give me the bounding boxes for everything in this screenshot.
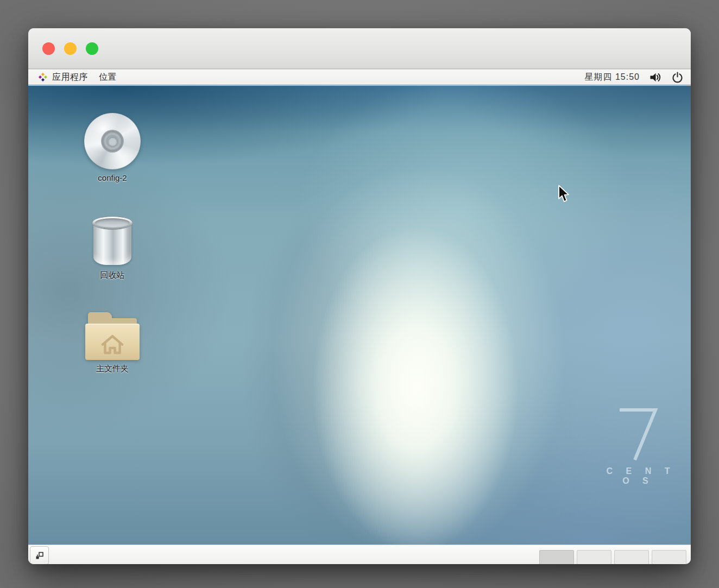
host-background: 应用程序 位置 星期四 15:50 [0,0,719,588]
desktop-icon-label: 回收站 [100,270,125,281]
places-menu-label: 位置 [99,72,117,83]
minimize-button[interactable] [64,42,77,55]
places-menu[interactable]: 位置 [93,69,122,85]
volume-icon[interactable] [649,72,662,83]
workspace-pane-1[interactable] [539,550,574,564]
desktop-icon-label: config-2 [98,173,127,182]
applications-menu[interactable]: 应用程序 [33,69,93,85]
bottom-panel [28,545,691,564]
optical-disc-icon [84,113,141,169]
applications-icon [38,72,48,82]
vm-window: 应用程序 位置 星期四 15:50 [28,28,691,564]
applications-menu-label: 应用程序 [52,72,88,83]
close-button[interactable] [42,42,55,55]
show-desktop-button[interactable] [30,546,49,564]
show-desktop-icon [35,551,44,560]
centos-seven-glyph [615,407,661,461]
mouse-cursor [557,185,570,203]
home-folder-icon [85,312,140,360]
desktop-icon-trash[interactable]: 回收站 [78,216,147,281]
workspace-switcher [539,550,686,564]
workspace-pane-3[interactable] [614,550,649,564]
desktop[interactable]: config-2 回收站 [28,86,691,545]
window-titlebar[interactable] [28,28,691,69]
centos-wordmark: C E N T O S [597,466,679,486]
workspace-pane-2[interactable] [577,550,611,564]
workspace-pane-4[interactable] [652,550,686,564]
top-panel: 应用程序 位置 星期四 15:50 [28,69,691,85]
zoom-button[interactable] [86,42,98,55]
centos-watermark: C E N T O S [597,407,679,486]
trash-icon [92,216,133,267]
clock[interactable]: 星期四 15:50 [585,72,640,83]
desktop-icon-config-2[interactable]: config-2 [78,113,147,183]
desktop-icon-label: 主文件夹 [96,364,129,374]
desktop-icon-home[interactable]: 主文件夹 [78,312,147,374]
house-glyph [97,331,128,355]
panel-status-area: 星期四 15:50 [585,72,683,83]
power-icon[interactable] [672,72,683,83]
